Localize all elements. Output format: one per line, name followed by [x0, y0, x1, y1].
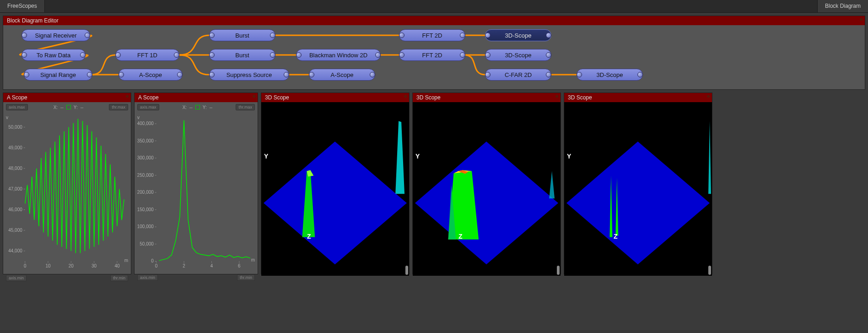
- node-label: A-Scope: [331, 71, 354, 78]
- node-fft-2d-2[interactable]: FFT 2D: [399, 49, 465, 61]
- thr-min-button[interactable]: thr.min: [110, 275, 128, 281]
- a-scope-1-plot[interactable]: 44,00045,00046,00047,00048,00049,00050,0…: [3, 112, 131, 273]
- node-suppress-source[interactable]: Suppress Source: [209, 69, 289, 81]
- a-scope-2-controls: axis.max X: -- Y: -- thr.max: [135, 102, 258, 112]
- axis-max-button[interactable]: axis.max: [6, 104, 28, 110]
- port-out[interactable]: [85, 33, 90, 38]
- node-cfar-2d[interactable]: C-FAR 2D: [485, 69, 551, 81]
- port-in[interactable]: [24, 72, 29, 77]
- port-out[interactable]: [460, 52, 465, 58]
- panel-title: 3D Scope: [265, 94, 289, 101]
- x-value: --: [189, 105, 193, 110]
- scroll-thumb[interactable]: [405, 266, 408, 275]
- 3d-scope-3-canvas[interactable]: Y Z: [564, 102, 712, 276]
- node-burst-2[interactable]: Burst: [209, 49, 275, 61]
- port-out[interactable]: [270, 52, 275, 58]
- panel-title: A Scope: [7, 94, 27, 101]
- svg-text:0: 0: [155, 263, 158, 268]
- 3d-scope-2-header: 3D Scope ✕: [413, 93, 561, 102]
- tab-freescopes[interactable]: FreeScopes: [0, 0, 45, 12]
- node-3d-scope-3[interactable]: 3D-Scope: [577, 69, 643, 81]
- port-out[interactable]: [637, 72, 643, 77]
- close-icon[interactable]: ✕: [125, 94, 129, 99]
- node-fft-1d[interactable]: FFT 1D: [115, 49, 179, 61]
- z-axis-label: Z: [307, 233, 311, 240]
- port-in[interactable]: [309, 72, 314, 77]
- thr-max-button[interactable]: thr.max: [109, 104, 128, 110]
- port-in[interactable]: [485, 52, 491, 58]
- close-icon[interactable]: ✕: [252, 94, 256, 99]
- thr-min-button[interactable]: thr.min: [237, 274, 255, 281]
- panel-title: A Scope: [138, 94, 159, 101]
- node-label: 3D-Scope: [505, 52, 532, 59]
- close-icon[interactable]: ✕: [404, 94, 407, 99]
- port-out[interactable]: [460, 33, 465, 38]
- axis-min-button[interactable]: axis.min: [6, 275, 27, 281]
- node-blackman-window-2d[interactable]: Blackman Window 2D: [296, 49, 381, 61]
- port-out[interactable]: [270, 33, 275, 38]
- port-out[interactable]: [546, 72, 551, 77]
- z-axis-label: Z: [614, 233, 618, 240]
- port-out[interactable]: [284, 72, 289, 77]
- 3d-scope-1-canvas[interactable]: Y Z: [261, 102, 409, 276]
- 3d-scope-2-canvas[interactable]: Y Z: [413, 102, 561, 276]
- port-in[interactable]: [209, 52, 215, 58]
- scroll-thumb[interactable]: [708, 266, 711, 275]
- block-diagram-canvas[interactable]: Signal Receiver To Raw Data Signal Range…: [3, 25, 865, 89]
- axis-min-button[interactable]: axis.min: [137, 274, 158, 281]
- port-in[interactable]: [209, 72, 215, 77]
- port-out[interactable]: [87, 72, 92, 77]
- node-a-scope-2[interactable]: A-Scope: [309, 69, 375, 81]
- svg-text:100,000: 100,000: [137, 224, 154, 229]
- close-icon[interactable]: ✕: [555, 94, 559, 99]
- tab-block-diagram[interactable]: Block Diagram: [817, 0, 868, 12]
- port-in[interactable]: [296, 52, 302, 58]
- port-in[interactable]: [119, 72, 124, 77]
- port-in[interactable]: [115, 52, 121, 58]
- node-label: To Raw Data: [37, 52, 70, 59]
- close-icon[interactable]: ✕: [706, 94, 710, 99]
- legend-color-icon: [66, 105, 71, 109]
- port-out[interactable]: [546, 33, 551, 38]
- a-scope-2-header: A Scope ✕: [135, 93, 258, 102]
- close-icon[interactable]: ✕: [859, 17, 863, 22]
- port-in[interactable]: [485, 33, 491, 38]
- port-in[interactable]: [485, 72, 491, 77]
- node-3d-scope-1[interactable]: 3D-Scope: [485, 29, 551, 41]
- port-in[interactable]: [22, 52, 27, 58]
- node-label: FFT 2D: [422, 52, 442, 59]
- node-label: Burst: [235, 52, 249, 59]
- port-in[interactable]: [577, 72, 582, 77]
- node-burst-1[interactable]: Burst: [209, 29, 275, 41]
- node-fft-2d-1[interactable]: FFT 2D: [399, 29, 465, 41]
- node-signal-receiver[interactable]: Signal Receiver: [22, 29, 90, 41]
- x-unit-label: m: [124, 258, 128, 263]
- svg-marker-50: [264, 142, 407, 264]
- node-label: 3D-Scope: [597, 71, 623, 78]
- node-a-scope[interactable]: A-Scope: [119, 69, 183, 81]
- port-out[interactable]: [177, 72, 183, 77]
- port-in[interactable]: [399, 52, 404, 58]
- svg-text:40: 40: [114, 263, 119, 268]
- svg-text:200,000: 200,000: [137, 190, 154, 195]
- port-in[interactable]: [209, 33, 215, 38]
- port-out[interactable]: [80, 52, 86, 58]
- svg-text:4: 4: [210, 263, 213, 268]
- node-label: Signal Receiver: [35, 32, 76, 39]
- svg-text:400,000: 400,000: [137, 121, 154, 126]
- a-scope-2-plot[interactable]: 050,000100,000150,000200,000250,000300,0…: [135, 112, 258, 273]
- x-label: X:: [54, 105, 58, 110]
- node-3d-scope-2[interactable]: 3D-Scope: [485, 49, 551, 61]
- svg-text:350,000: 350,000: [137, 138, 154, 143]
- node-to-raw-data[interactable]: To Raw Data: [22, 49, 86, 61]
- scroll-thumb[interactable]: [557, 266, 560, 275]
- port-out[interactable]: [370, 72, 375, 77]
- axis-max-button[interactable]: axis.max: [137, 104, 159, 110]
- port-out[interactable]: [174, 52, 179, 58]
- thr-max-button[interactable]: thr.max: [236, 104, 255, 110]
- node-signal-range[interactable]: Signal Range: [24, 69, 92, 81]
- port-out[interactable]: [546, 52, 551, 58]
- port-in[interactable]: [22, 33, 27, 38]
- port-in[interactable]: [399, 33, 404, 38]
- port-out[interactable]: [375, 52, 381, 58]
